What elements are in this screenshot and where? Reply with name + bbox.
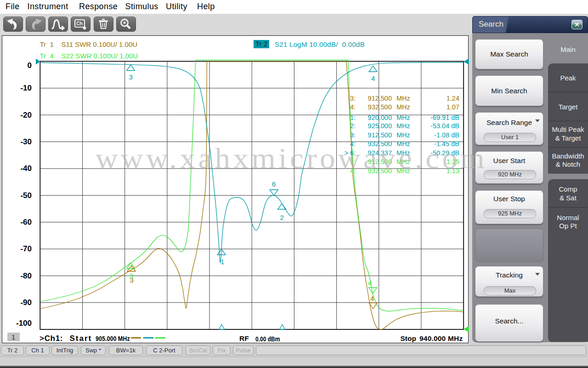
- svg-text:3: 3: [130, 272, 133, 280]
- svg-text:6: 6: [272, 180, 276, 188]
- svg-text:4: 4: [371, 74, 375, 82]
- svg-text:1: 1: [220, 258, 224, 266]
- svg-text:4: 4: [368, 279, 372, 287]
- svg-text:2: 2: [280, 214, 284, 221]
- svg-text:3: 3: [129, 73, 133, 81]
- svg-text:4: 4: [370, 294, 374, 302]
